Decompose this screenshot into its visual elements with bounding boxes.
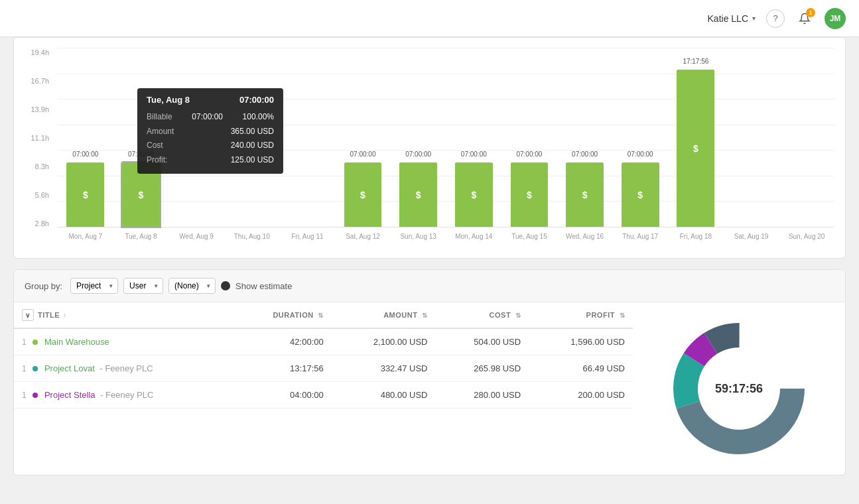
sort-icon: ⇅ <box>620 312 626 319</box>
chart-section: 2.8h 5.6h 8.3h 11.1h 13.9h 16.7h 19.4h <box>13 37 846 259</box>
user-select-wrap[interactable]: User <box>123 278 163 294</box>
row-profit: 200.00 USD <box>529 382 633 409</box>
table-row: 1 Main Warehouse 42:00:00 2,100.00 USD 5… <box>14 328 633 355</box>
tooltip-amount-row: Amount 365.00 USD <box>147 125 274 139</box>
group-by-label: Group by: <box>25 281 62 291</box>
table-section: Group by: Project User (None) Show estim… <box>13 269 846 475</box>
donut-chart-container: 59:17:56 <box>633 302 845 475</box>
bar-group: 07:00:00 $ <box>335 48 391 227</box>
row-duration: 13:17:56 <box>233 355 332 382</box>
bar-group: 07:00:00 $ <box>612 48 668 227</box>
x-label: Thu, Aug 17 <box>612 227 668 247</box>
company-selector[interactable]: Katie LLC ▾ <box>708 13 756 24</box>
sort-icon: ⇅ <box>318 312 324 319</box>
tooltip-profit-row: Profit: 125.00 USD <box>147 153 274 168</box>
table-content: ∨ TITLE ↑ DURATION ⇅ AMOUNT <box>14 302 845 475</box>
tooltip-billable-row: Billable 07:00:00 100.00% <box>147 110 274 125</box>
y-axis: 2.8h 5.6h 8.3h 11.1h 13.9h 16.7h 19.4h <box>25 48 54 227</box>
row-profit: 66.49 USD <box>529 355 633 382</box>
company-name: - Feeney PLC <box>100 390 153 400</box>
tooltip-time: 07:00:00 <box>239 95 274 105</box>
y-label-1: 5.6h <box>25 191 54 199</box>
data-table-container: ∨ TITLE ↑ DURATION ⇅ AMOUNT <box>14 302 633 475</box>
row-amount: 332.47 USD <box>332 355 436 382</box>
bar-tooltip: Tue, Aug 8 07:00:00 Billable 07:00:00 10… <box>137 88 283 174</box>
bar: 07:00:00 $ <box>455 162 493 227</box>
th-duration[interactable]: DURATION ⇅ <box>233 302 332 328</box>
project-select[interactable]: Project <box>70 278 118 294</box>
sort-icon: ↑ <box>63 312 67 319</box>
bar-dollar-icon: $ <box>139 190 144 200</box>
tooltip-cost-label: Cost <box>147 139 163 153</box>
x-label: Sat, Aug 19 <box>724 227 779 247</box>
bar-time: 07:00:00 <box>628 151 653 158</box>
row-duration: 42:00:00 <box>233 328 332 355</box>
th-title[interactable]: ∨ TITLE ↑ <box>14 302 233 328</box>
bar-time: 07:00:00 <box>516 151 542 158</box>
bar-time: 07:00:00 <box>350 151 376 158</box>
none-select-wrap[interactable]: (None) <box>168 278 216 294</box>
donut-chart: 59:17:56 <box>666 316 812 462</box>
table-row: 1 Project Stella - Feeney PLC 04:00:00 4… <box>14 382 633 409</box>
table-toolbar: Group by: Project User (None) Show estim… <box>14 270 845 302</box>
sort-icon: ⇅ <box>515 312 521 319</box>
chevron-down-icon: ▾ <box>752 15 756 22</box>
tooltip-profit-label: Profit: <box>147 153 167 168</box>
tooltip-date: Tue, Aug 8 <box>147 95 190 105</box>
y-label-6: 19.4h <box>25 48 54 56</box>
collapse-button[interactable]: ∨ <box>22 309 34 321</box>
row-number: 1 <box>22 391 27 400</box>
bar-time: 07:00:00 <box>572 151 598 158</box>
bar: 07:00:00 $ <box>622 162 659 227</box>
row-title-cell: 1 Project Stella - Feeney PLC <box>14 382 233 409</box>
th-profit[interactable]: PROFIT ⇅ <box>529 302 633 328</box>
y-label-2: 8.3h <box>25 162 54 170</box>
y-label-3: 11.1h <box>25 134 54 142</box>
row-title-cell: 1 Main Warehouse <box>14 328 233 355</box>
avatar[interactable]: JM <box>825 8 846 29</box>
project-link[interactable]: Project Stella <box>44 390 96 400</box>
row-cost: 265.98 USD <box>435 355 529 382</box>
user-select[interactable]: User <box>123 278 163 294</box>
row-dot <box>33 393 38 398</box>
row-cost: 280.00 USD <box>435 382 529 409</box>
top-bar: Katie LLC ▾ ? 1 JM <box>0 0 859 37</box>
none-select[interactable]: (None) <box>168 278 216 294</box>
tooltip-cost-row: Cost 240.00 USD <box>147 139 274 153</box>
project-link[interactable]: Project Lovat <box>44 363 95 373</box>
data-table: ∨ TITLE ↑ DURATION ⇅ AMOUNT <box>14 302 633 409</box>
tooltip-profit-value: 125.00 USD <box>231 153 274 168</box>
bar-group <box>724 48 779 227</box>
tooltip-cost-value: 240.00 USD <box>231 139 274 153</box>
bar-time: 17:17:56 <box>683 58 708 65</box>
x-label: Fri, Aug 18 <box>668 227 724 247</box>
row-number: 1 <box>22 338 27 347</box>
x-label: Wed, Aug 16 <box>557 227 613 247</box>
x-label: Tue, Aug 15 <box>501 227 557 247</box>
bar-dollar-icon: $ <box>637 190 643 200</box>
tooltip-amount-label: Amount <box>147 125 174 139</box>
tooltip-billable-time: 07:00:00 <box>192 110 223 125</box>
bar-dollar-icon: $ <box>527 190 532 200</box>
project-link[interactable]: Main Warehouse <box>44 337 109 347</box>
th-amount[interactable]: AMOUNT ⇅ <box>332 302 436 328</box>
th-cost[interactable]: COST ⇅ <box>435 302 529 328</box>
x-label: Sat, Aug 12 <box>335 227 391 247</box>
bar-group <box>779 48 834 227</box>
bar-tall: 17:17:56 $ <box>677 70 714 227</box>
bar: 07:00:00 $ <box>399 162 437 227</box>
x-label: Mon, Aug 7 <box>58 227 113 247</box>
tooltip-amount-value: 365.00 USD <box>231 125 274 139</box>
table-header-row: ∨ TITLE ↑ DURATION ⇅ AMOUNT <box>14 302 633 328</box>
bar-group: 07:00:00 $ <box>446 48 501 227</box>
show-estimate-toggle[interactable] <box>221 281 230 290</box>
table-row: 1 Project Lovat - Feeney PLC 13:17:56 33… <box>14 355 633 382</box>
company-name: - Feeney PLC <box>99 363 153 373</box>
help-button[interactable]: ? <box>766 9 785 28</box>
notifications-button[interactable]: 1 <box>795 9 814 28</box>
bar-dollar-icon: $ <box>83 190 88 200</box>
bar-dollar-icon: $ <box>582 190 588 200</box>
tooltip-billable-pct: 100.00% <box>243 110 274 125</box>
row-profit: 1,596.00 USD <box>529 328 633 355</box>
project-select-wrap[interactable]: Project <box>70 278 118 294</box>
